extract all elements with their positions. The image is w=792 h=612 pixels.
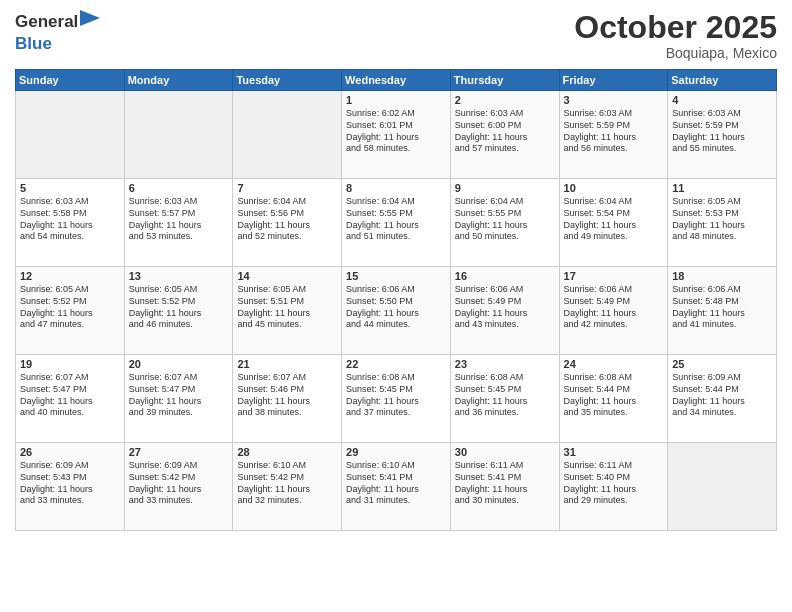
calendar-cell (233, 91, 342, 179)
cell-content: Sunrise: 6:05 AM Sunset: 5:53 PM Dayligh… (672, 196, 772, 243)
cell-content: Sunrise: 6:03 AM Sunset: 5:59 PM Dayligh… (564, 108, 664, 155)
day-number: 20 (129, 358, 229, 370)
cell-content: Sunrise: 6:07 AM Sunset: 5:47 PM Dayligh… (20, 372, 120, 419)
cell-content: Sunrise: 6:09 AM Sunset: 5:44 PM Dayligh… (672, 372, 772, 419)
logo-general: General (15, 12, 78, 32)
week-row-1: 1Sunrise: 6:02 AM Sunset: 6:01 PM Daylig… (16, 91, 777, 179)
weekday-monday: Monday (124, 70, 233, 91)
calendar-cell: 17Sunrise: 6:06 AM Sunset: 5:49 PM Dayli… (559, 267, 668, 355)
location: Boquiapa, Mexico (574, 45, 777, 61)
calendar-cell (124, 91, 233, 179)
calendar-cell: 7Sunrise: 6:04 AM Sunset: 5:56 PM Daylig… (233, 179, 342, 267)
week-row-5: 26Sunrise: 6:09 AM Sunset: 5:43 PM Dayli… (16, 443, 777, 531)
calendar-cell: 14Sunrise: 6:05 AM Sunset: 5:51 PM Dayli… (233, 267, 342, 355)
cell-content: Sunrise: 6:08 AM Sunset: 5:45 PM Dayligh… (346, 372, 446, 419)
weekday-header-row: SundayMondayTuesdayWednesdayThursdayFrid… (16, 70, 777, 91)
month-title: October 2025 (574, 10, 777, 45)
cell-content: Sunrise: 6:09 AM Sunset: 5:42 PM Dayligh… (129, 460, 229, 507)
calendar-cell: 22Sunrise: 6:08 AM Sunset: 5:45 PM Dayli… (342, 355, 451, 443)
weekday-tuesday: Tuesday (233, 70, 342, 91)
cell-content: Sunrise: 6:03 AM Sunset: 5:58 PM Dayligh… (20, 196, 120, 243)
calendar-cell: 19Sunrise: 6:07 AM Sunset: 5:47 PM Dayli… (16, 355, 125, 443)
day-number: 25 (672, 358, 772, 370)
calendar-cell: 15Sunrise: 6:06 AM Sunset: 5:50 PM Dayli… (342, 267, 451, 355)
cell-content: Sunrise: 6:05 AM Sunset: 5:51 PM Dayligh… (237, 284, 337, 331)
cell-content: Sunrise: 6:07 AM Sunset: 5:47 PM Dayligh… (129, 372, 229, 419)
calendar: SundayMondayTuesdayWednesdayThursdayFrid… (15, 69, 777, 531)
calendar-cell: 27Sunrise: 6:09 AM Sunset: 5:42 PM Dayli… (124, 443, 233, 531)
cell-content: Sunrise: 6:11 AM Sunset: 5:41 PM Dayligh… (455, 460, 555, 507)
day-number: 5 (20, 182, 120, 194)
weekday-saturday: Saturday (668, 70, 777, 91)
day-number: 1 (346, 94, 446, 106)
cell-content: Sunrise: 6:05 AM Sunset: 5:52 PM Dayligh… (20, 284, 120, 331)
calendar-cell: 16Sunrise: 6:06 AM Sunset: 5:49 PM Dayli… (450, 267, 559, 355)
calendar-cell: 25Sunrise: 6:09 AM Sunset: 5:44 PM Dayli… (668, 355, 777, 443)
cell-content: Sunrise: 6:06 AM Sunset: 5:49 PM Dayligh… (455, 284, 555, 331)
week-row-3: 12Sunrise: 6:05 AM Sunset: 5:52 PM Dayli… (16, 267, 777, 355)
cell-content: Sunrise: 6:03 AM Sunset: 5:59 PM Dayligh… (672, 108, 772, 155)
calendar-cell: 26Sunrise: 6:09 AM Sunset: 5:43 PM Dayli… (16, 443, 125, 531)
day-number: 26 (20, 446, 120, 458)
calendar-cell: 6Sunrise: 6:03 AM Sunset: 5:57 PM Daylig… (124, 179, 233, 267)
header: General Blue October 2025 Boquiapa, Mexi… (15, 10, 777, 61)
calendar-cell: 18Sunrise: 6:06 AM Sunset: 5:48 PM Dayli… (668, 267, 777, 355)
week-row-2: 5Sunrise: 6:03 AM Sunset: 5:58 PM Daylig… (16, 179, 777, 267)
day-number: 30 (455, 446, 555, 458)
day-number: 4 (672, 94, 772, 106)
calendar-cell: 3Sunrise: 6:03 AM Sunset: 5:59 PM Daylig… (559, 91, 668, 179)
cell-content: Sunrise: 6:08 AM Sunset: 5:45 PM Dayligh… (455, 372, 555, 419)
day-number: 6 (129, 182, 229, 194)
day-number: 18 (672, 270, 772, 282)
day-number: 11 (672, 182, 772, 194)
day-number: 27 (129, 446, 229, 458)
day-number: 12 (20, 270, 120, 282)
calendar-cell: 31Sunrise: 6:11 AM Sunset: 5:40 PM Dayli… (559, 443, 668, 531)
cell-content: Sunrise: 6:03 AM Sunset: 6:00 PM Dayligh… (455, 108, 555, 155)
logo-icon (80, 10, 100, 34)
day-number: 9 (455, 182, 555, 194)
day-number: 8 (346, 182, 446, 194)
day-number: 15 (346, 270, 446, 282)
weekday-sunday: Sunday (16, 70, 125, 91)
calendar-cell: 29Sunrise: 6:10 AM Sunset: 5:41 PM Dayli… (342, 443, 451, 531)
logo: General Blue (15, 10, 100, 54)
calendar-cell: 4Sunrise: 6:03 AM Sunset: 5:59 PM Daylig… (668, 91, 777, 179)
day-number: 29 (346, 446, 446, 458)
cell-content: Sunrise: 6:05 AM Sunset: 5:52 PM Dayligh… (129, 284, 229, 331)
day-number: 24 (564, 358, 664, 370)
day-number: 31 (564, 446, 664, 458)
day-number: 14 (237, 270, 337, 282)
cell-content: Sunrise: 6:04 AM Sunset: 5:55 PM Dayligh… (346, 196, 446, 243)
cell-content: Sunrise: 6:03 AM Sunset: 5:57 PM Dayligh… (129, 196, 229, 243)
day-number: 13 (129, 270, 229, 282)
day-number: 21 (237, 358, 337, 370)
cell-content: Sunrise: 6:06 AM Sunset: 5:49 PM Dayligh… (564, 284, 664, 331)
cell-content: Sunrise: 6:02 AM Sunset: 6:01 PM Dayligh… (346, 108, 446, 155)
cell-content: Sunrise: 6:06 AM Sunset: 5:48 PM Dayligh… (672, 284, 772, 331)
calendar-cell (668, 443, 777, 531)
day-number: 17 (564, 270, 664, 282)
day-number: 7 (237, 182, 337, 194)
calendar-cell: 8Sunrise: 6:04 AM Sunset: 5:55 PM Daylig… (342, 179, 451, 267)
week-row-4: 19Sunrise: 6:07 AM Sunset: 5:47 PM Dayli… (16, 355, 777, 443)
svg-marker-0 (80, 10, 100, 26)
cell-content: Sunrise: 6:10 AM Sunset: 5:41 PM Dayligh… (346, 460, 446, 507)
day-number: 2 (455, 94, 555, 106)
day-number: 16 (455, 270, 555, 282)
calendar-cell (16, 91, 125, 179)
cell-content: Sunrise: 6:04 AM Sunset: 5:54 PM Dayligh… (564, 196, 664, 243)
calendar-cell: 24Sunrise: 6:08 AM Sunset: 5:44 PM Dayli… (559, 355, 668, 443)
weekday-wednesday: Wednesday (342, 70, 451, 91)
calendar-cell: 2Sunrise: 6:03 AM Sunset: 6:00 PM Daylig… (450, 91, 559, 179)
calendar-cell: 23Sunrise: 6:08 AM Sunset: 5:45 PM Dayli… (450, 355, 559, 443)
day-number: 3 (564, 94, 664, 106)
weekday-thursday: Thursday (450, 70, 559, 91)
calendar-cell: 21Sunrise: 6:07 AM Sunset: 5:46 PM Dayli… (233, 355, 342, 443)
calendar-cell: 20Sunrise: 6:07 AM Sunset: 5:47 PM Dayli… (124, 355, 233, 443)
cell-content: Sunrise: 6:10 AM Sunset: 5:42 PM Dayligh… (237, 460, 337, 507)
cell-content: Sunrise: 6:07 AM Sunset: 5:46 PM Dayligh… (237, 372, 337, 419)
day-number: 10 (564, 182, 664, 194)
calendar-cell: 10Sunrise: 6:04 AM Sunset: 5:54 PM Dayli… (559, 179, 668, 267)
day-number: 23 (455, 358, 555, 370)
